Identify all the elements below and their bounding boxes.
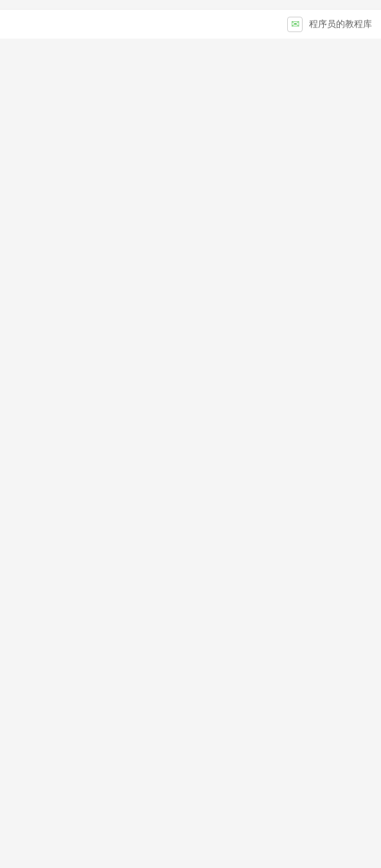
footer-bar: ✉ 程序员的教程库 bbox=[0, 9, 381, 39]
footer-text: 程序员的教程库 bbox=[309, 19, 372, 30]
wechat-icon: ✉ bbox=[287, 17, 303, 32]
